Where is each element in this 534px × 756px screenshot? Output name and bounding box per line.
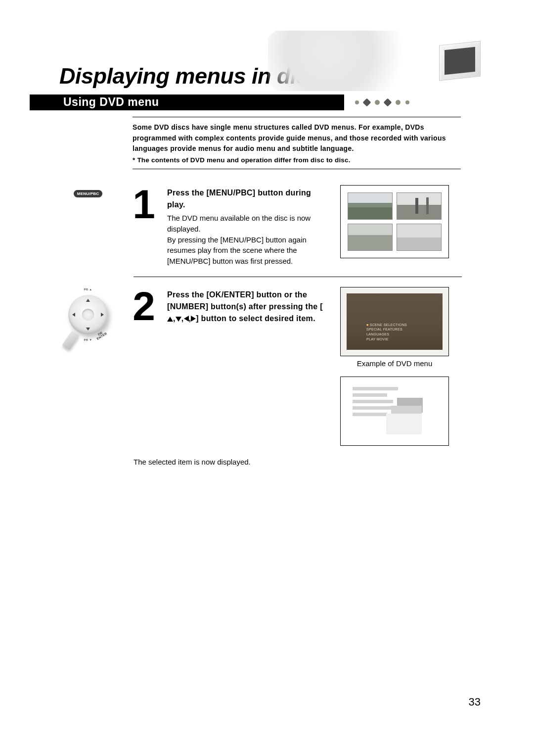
menu-example-caption: Example of DVD menu	[340, 359, 449, 368]
arrow-up-icon	[167, 317, 173, 322]
intro-text: Some DVD discs have single menu structur…	[133, 122, 461, 154]
decorative-dots	[355, 99, 409, 105]
thumb-1	[348, 192, 393, 220]
step2-illustration: ■ SCENE SELECTIONS SPECIAL FEATURES LANG…	[340, 287, 449, 446]
step-2: PR ▲ PR ▼ OK ENTER 2 Press t	[63, 287, 504, 446]
page-number: 33	[469, 696, 481, 709]
step2-heading: Press the [OK/ENTER] button or the [NUMB…	[167, 289, 328, 325]
step-1: MENU/PBC 1 Press the [MENU/PBC] button d…	[63, 185, 504, 267]
intro-box: Some DVD discs have single menu structur…	[133, 117, 461, 169]
thumb-2	[397, 192, 442, 220]
section-title: Using DVD menu	[30, 94, 344, 110]
thumb-4	[397, 224, 442, 251]
step1-illustration	[340, 185, 449, 258]
step1-desc: The DVD menu available on the disc is no…	[167, 213, 328, 267]
menu-line-1: SCENE SELECTIONS	[370, 323, 407, 327]
menu-line-2: SPECIAL FEATURES	[366, 328, 402, 331]
step-number-1: 1	[133, 185, 155, 222]
arrow-left-icon	[184, 316, 189, 322]
menu-pbc-button-icon: MENU/PBC	[63, 188, 113, 197]
menu-line-3: LANGUAGES	[366, 332, 389, 336]
intro-note: * The contents of DVD menu and operation…	[133, 156, 461, 164]
selected-item-illustration	[340, 377, 449, 446]
step-number-2: 2	[133, 287, 155, 324]
section-bar: Using DVD menu	[30, 94, 504, 111]
arrow-right-icon	[191, 316, 196, 322]
nav-pad-icon: PR ▲ PR ▼ OK ENTER	[63, 295, 113, 334]
step1-heading: Press the [MENU/PBC] button during play.	[167, 187, 328, 211]
header-graphic	[268, 31, 481, 91]
arrow-down-icon	[176, 317, 181, 322]
selected-text: The selected item is now displayed.	[134, 458, 504, 466]
menu-pbc-pill: MENU/PBC	[74, 190, 102, 197]
pad-top-label: PR ▲	[68, 288, 108, 291]
menu-line-4: PLAY MOVIE	[366, 337, 389, 341]
thumb-3	[348, 224, 393, 251]
